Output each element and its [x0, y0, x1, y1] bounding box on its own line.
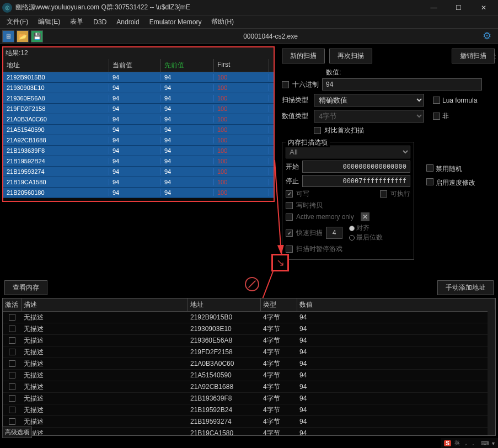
scrollbar[interactable] — [488, 310, 495, 435]
active-checkbox[interactable] — [9, 349, 15, 355]
result-row[interactable]: 21B195932749494100 — [3, 167, 274, 177]
hex-label: 十六进制 — [292, 80, 319, 89]
new-scan-button[interactable]: 新的扫描 — [282, 49, 325, 63]
address-row[interactable]: 无描述21A515405904字节94 — [3, 370, 495, 381]
random-checkbox[interactable] — [426, 164, 433, 172]
address-row[interactable]: 无描述2192B9015B04字节94 — [3, 312, 495, 323]
executable-checkbox[interactable] — [380, 190, 387, 198]
active-checkbox[interactable] — [9, 337, 15, 344]
col-previous[interactable]: 先前值 — [161, 59, 214, 72]
address-row[interactable]: 无描述21A0B3A0C604字节94 — [3, 358, 495, 370]
view-memory-button[interactable]: 查看内存 — [4, 280, 47, 295]
address-row[interactable]: 无描述21A92CB16884字节94 — [3, 381, 495, 393]
address-row[interactable]: 无描述21930903E104字节94 — [3, 323, 495, 335]
result-row[interactable]: 21A515405909494100 — [3, 125, 274, 135]
fast-scan-value[interactable] — [326, 227, 342, 239]
active-checkbox[interactable] — [9, 395, 15, 402]
menu-item[interactable]: 编辑(E) — [34, 16, 65, 28]
ime-lang[interactable]: 英 — [454, 439, 460, 447]
value-input[interactable] — [322, 78, 482, 90]
writable-checkbox[interactable] — [286, 190, 293, 198]
align-radio[interactable] — [349, 226, 355, 231]
col-addr2[interactable]: 地址 — [188, 298, 261, 311]
undo-scan-button[interactable]: 撤销扫描 — [452, 49, 495, 63]
value-type-select[interactable]: 4字节 — [314, 110, 424, 122]
results-panel: 结果:12 地址 当前值 先前值 First 2192B9015B0949410… — [2, 46, 275, 202]
address-row[interactable]: 无描述21B193639F84字节94 — [3, 393, 495, 404]
value-label: 数值: — [282, 68, 495, 77]
not-checkbox[interactable] — [433, 113, 440, 120]
col-address[interactable]: 地址 — [3, 59, 109, 72]
menu-item[interactable]: 文件(F) — [2, 16, 33, 28]
active-checkbox[interactable] — [9, 314, 15, 321]
advanced-options[interactable]: 高级选项 — [2, 426, 32, 438]
active-checkbox[interactable] — [9, 326, 15, 332]
menubar: 文件(F)编辑(E)表单D3DAndroidEmulator Memory帮助(… — [0, 15, 498, 29]
ime-icon[interactable]: S — [444, 440, 451, 446]
menu-item[interactable]: Android — [112, 17, 143, 27]
last-digit-radio[interactable] — [349, 235, 355, 241]
next-scan-button[interactable]: 再次扫描 — [329, 49, 372, 63]
stop-input[interactable] — [302, 175, 410, 187]
result-row[interactable]: 21A92CB16889494100 — [3, 135, 274, 146]
col-value[interactable]: 数值 — [297, 298, 495, 311]
active-checkbox[interactable] — [9, 383, 15, 390]
start-input[interactable] — [302, 161, 410, 173]
col-desc[interactable]: 描述 — [22, 298, 188, 311]
fast-scan-checkbox[interactable] — [286, 230, 293, 237]
menu-item[interactable]: 帮助(H) — [207, 16, 238, 28]
result-row[interactable]: 2192B9015B09494100 — [3, 72, 274, 83]
address-row[interactable]: 无描述219360E56A84字节94 — [3, 335, 495, 346]
close-x-icon[interactable]: ✕ — [361, 212, 370, 221]
menu-item[interactable]: D3D — [89, 17, 111, 27]
add-to-list-button[interactable]: ↘ — [271, 254, 289, 271]
result-row[interactable]: 21B205601809494100 — [3, 188, 274, 198]
address-row[interactable]: 无描述21B19CA15804字节94 — [3, 428, 495, 436]
app-icon: ◎ — [2, 3, 12, 13]
maximize-button[interactable]: ☐ — [446, 0, 471, 15]
active-only-checkbox[interactable] — [286, 214, 293, 221]
speed-checkbox[interactable] — [426, 178, 433, 185]
compare-first-checkbox[interactable] — [314, 127, 321, 134]
lua-checkbox[interactable] — [433, 97, 440, 104]
active-checkbox[interactable] — [9, 407, 15, 413]
pause-checkbox[interactable] — [286, 246, 293, 253]
gear-icon[interactable]: ⚙ — [483, 30, 496, 43]
address-list: 激活 描述 地址 类型 数值 无描述2192B9015B04字节94无描述219… — [2, 298, 496, 436]
result-row[interactable]: 219FD2F21589494100 — [3, 104, 274, 114]
result-row[interactable]: 21B193639F89494100 — [3, 146, 274, 156]
active-checkbox[interactable] — [9, 418, 15, 425]
minimize-button[interactable]: — — [421, 0, 446, 15]
ime-full[interactable]: 。 — [472, 439, 478, 447]
result-row[interactable]: 219360E56A89494100 — [3, 93, 274, 104]
address-row[interactable]: 无描述21B19592B244字节94 — [3, 404, 495, 416]
col-current[interactable]: 当前值 — [109, 59, 161, 72]
result-row[interactable]: 21930903E109494100 — [3, 83, 274, 93]
ime-punct[interactable]: ， — [463, 439, 469, 447]
col-active[interactable]: 激活 — [3, 298, 22, 311]
menu-item[interactable]: 表单 — [66, 16, 88, 28]
hex-checkbox[interactable] — [282, 81, 289, 88]
memory-scan-options: 内存扫描选项 All 开始 停止 可写可执行 写时拷贝 Active memor… — [282, 142, 414, 260]
result-row[interactable]: 21B19592B249494100 — [3, 156, 274, 167]
scan-type-select[interactable]: 精确数值 — [314, 94, 424, 106]
col-type[interactable]: 类型 — [261, 298, 297, 311]
manual-add-button[interactable]: 手动添加地址 — [437, 280, 494, 295]
address-row[interactable]: 无描述21B195932744字节94 — [3, 416, 495, 428]
result-row[interactable]: 21B19CA15809494100 — [3, 177, 274, 188]
col-first[interactable]: First — [214, 59, 269, 72]
caret-icon[interactable]: ▾ — [492, 440, 495, 446]
result-row[interactable]: 21A0B3A0C609494100 — [3, 114, 274, 125]
active-checkbox[interactable] — [9, 372, 15, 378]
active-checkbox[interactable] — [9, 360, 15, 367]
close-button[interactable]: ✕ — [471, 0, 496, 15]
keyboard-icon[interactable]: ⌨ — [481, 440, 489, 446]
select-process-icon[interactable]: 🖥 — [2, 30, 14, 42]
address-row[interactable]: 无描述219FD2F21584字节94 — [3, 346, 495, 358]
window-title: 幽络源www.youluoyuan.com Q群:307531422 -- \u… — [15, 3, 421, 12]
cow-checkbox[interactable] — [286, 202, 293, 209]
menu-item[interactable]: Emulator Memory — [145, 17, 206, 27]
save-icon[interactable]: 💾 — [31, 30, 43, 42]
mem-region-select[interactable]: All — [286, 146, 410, 158]
open-icon[interactable]: 📂 — [17, 30, 29, 42]
